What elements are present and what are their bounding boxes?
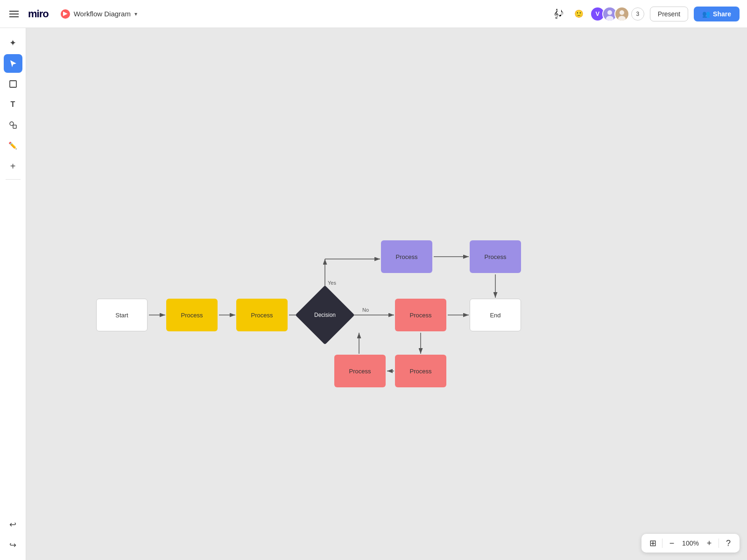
text-icon: T bbox=[11, 100, 15, 109]
share-icon: 👥 bbox=[702, 10, 710, 18]
avatars-group: V 3 bbox=[593, 7, 644, 21]
redo-icon: ↪ bbox=[9, 540, 16, 550]
music-icon-button[interactable]: 𝄞𝅘𝅥𝅮 bbox=[548, 6, 565, 22]
canvas[interactable]: Yes No Start Process Process bbox=[26, 28, 747, 560]
header-right: 𝄞𝅘𝅥𝅮 🙂 V 3 Present 👥 Share bbox=[548, 6, 740, 22]
sparkle-button[interactable]: ✦ bbox=[4, 34, 22, 52]
share-button[interactable]: 👥 Share bbox=[694, 7, 740, 21]
present-button[interactable]: Present bbox=[650, 7, 688, 21]
undo-button[interactable]: ↩ bbox=[4, 515, 22, 534]
share-label: Share bbox=[713, 10, 731, 18]
help-button[interactable]: ? bbox=[722, 537, 735, 550]
sidebar-bottom: ↩ ↪ bbox=[4, 515, 22, 554]
node-process2[interactable]: Process bbox=[236, 299, 288, 331]
cursor-icon bbox=[8, 59, 18, 68]
handwriting-icon: ✏️ bbox=[8, 141, 17, 150]
handwriting-button[interactable]: ✏️ bbox=[4, 136, 22, 155]
hamburger-button[interactable] bbox=[7, 9, 21, 19]
bottom-bar: ⊞ − 100% + ? bbox=[641, 534, 740, 553]
node-process-yes2[interactable]: Process bbox=[470, 240, 521, 273]
frame-icon bbox=[8, 79, 18, 89]
start-label: Start bbox=[115, 312, 128, 319]
decision-label: Decision bbox=[314, 312, 336, 318]
cursor-button[interactable] bbox=[4, 54, 22, 73]
board-name-label: Workflow Diagram bbox=[74, 10, 131, 18]
miro-logo: miro bbox=[28, 8, 49, 20]
shapes-button[interactable] bbox=[4, 116, 22, 134]
board-icon bbox=[61, 9, 70, 19]
svg-text:Yes: Yes bbox=[328, 280, 336, 286]
end-label: End bbox=[490, 312, 500, 319]
svg-point-1 bbox=[607, 10, 612, 15]
process-yes1-label: Process bbox=[396, 253, 418, 260]
svg-rect-8 bbox=[13, 125, 16, 128]
node-decision[interactable]: Decision bbox=[295, 285, 354, 344]
sparkle-icon: ✦ bbox=[9, 38, 16, 48]
svg-text:No: No bbox=[362, 307, 369, 313]
redo-button[interactable]: ↪ bbox=[4, 536, 22, 554]
process-no-label: Process bbox=[410, 312, 432, 319]
bottom-bar-divider bbox=[662, 539, 662, 548]
node-process-loop1[interactable]: Process bbox=[334, 355, 386, 387]
zoom-in-button[interactable]: + bbox=[703, 537, 716, 550]
header-left: miro Workflow Diagram ▾ bbox=[7, 7, 142, 21]
node-end[interactable]: End bbox=[470, 299, 521, 331]
avatar-3 bbox=[614, 7, 629, 21]
node-process-no[interactable]: Process bbox=[395, 299, 446, 331]
emoji-icon-button[interactable]: 🙂 bbox=[571, 6, 587, 22]
sidebar: ✦ T ✏️ + ↩ ↪ bbox=[0, 28, 26, 560]
add-button[interactable]: + bbox=[4, 157, 22, 175]
process1-label: Process bbox=[181, 312, 203, 319]
text-button[interactable]: T bbox=[4, 95, 22, 114]
node-process-loop2[interactable]: Process bbox=[395, 355, 446, 387]
add-icon: + bbox=[10, 161, 16, 172]
undo-icon: ↩ bbox=[9, 519, 16, 530]
process-loop1-label: Process bbox=[349, 368, 371, 375]
zoom-out-button[interactable]: − bbox=[665, 537, 678, 550]
help-icon: ? bbox=[726, 539, 731, 548]
zoom-level: 100% bbox=[679, 539, 702, 547]
chevron-down-icon: ▾ bbox=[134, 11, 137, 17]
process2-label: Process bbox=[251, 312, 273, 319]
minus-icon: − bbox=[669, 539, 675, 548]
header: miro Workflow Diagram ▾ 𝄞𝅘𝅥𝅮 🙂 V 3 Prese… bbox=[0, 0, 747, 28]
bottom-bar-divider-2 bbox=[719, 539, 719, 548]
svg-point-4 bbox=[620, 10, 624, 15]
grid-button[interactable]: ⊞ bbox=[646, 537, 659, 550]
process-yes2-label: Process bbox=[485, 253, 507, 260]
sidebar-divider bbox=[6, 179, 21, 180]
frame-button[interactable] bbox=[4, 75, 22, 93]
svg-rect-6 bbox=[10, 81, 16, 87]
node-process-yes1[interactable]: Process bbox=[381, 240, 432, 273]
plus-icon: + bbox=[707, 539, 712, 548]
board-name-button[interactable]: Workflow Diagram ▾ bbox=[56, 7, 142, 21]
grid-icon: ⊞ bbox=[649, 538, 656, 548]
arrows-svg: Yes No bbox=[96, 121, 563, 448]
avatar-count[interactable]: 3 bbox=[631, 7, 644, 21]
node-start[interactable]: Start bbox=[96, 299, 148, 331]
node-process1[interactable]: Process bbox=[166, 299, 218, 331]
process-loop2-label: Process bbox=[410, 368, 432, 375]
shapes-icon bbox=[8, 120, 18, 130]
